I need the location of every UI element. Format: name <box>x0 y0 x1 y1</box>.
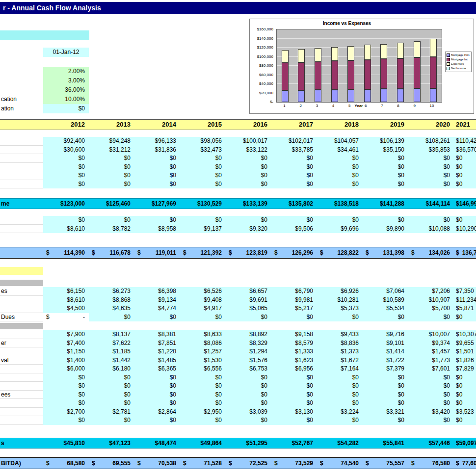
value-cell[interactable]: $1,185 <box>89 347 134 356</box>
value-cell[interactable]: $6,926 <box>317 287 363 296</box>
value-cell[interactable]: $0 <box>408 154 454 163</box>
value-cell[interactable]: $0 <box>363 154 408 163</box>
value-cell[interactable]: $49,864 <box>180 438 226 448</box>
row-label-cell[interactable]: me <box>0 199 43 209</box>
value-cell[interactable]: $8,381 <box>134 330 180 339</box>
value-cell[interactable]: $134,026 <box>408 247 454 258</box>
value-cell[interactable]: $8,137 <box>89 330 134 339</box>
value-cell[interactable]: $0 <box>408 216 454 225</box>
value-cell[interactable]: $1,150 <box>43 347 89 356</box>
value-cell[interactable]: $135,802 <box>271 199 317 209</box>
value-cell[interactable]: $51,295 <box>226 438 271 448</box>
value-cell[interactable]: $2,781 <box>89 408 134 417</box>
value-cell[interactable]: $1,623 <box>271 356 317 365</box>
value-cell[interactable]: $0 <box>226 171 271 180</box>
value-cell[interactable]: $7,601 <box>408 365 454 373</box>
row-label-cell[interactable] <box>0 373 43 382</box>
value-cell[interactable]: $1,501 <box>454 347 476 356</box>
row-label-cell[interactable] <box>0 347 43 356</box>
value-cell[interactable]: $0 <box>134 154 180 163</box>
value-cell[interactable]: $0 <box>89 416 134 425</box>
value-cell[interactable]: $1,220 <box>134 347 180 356</box>
value-cell[interactable]: $0 <box>271 180 317 189</box>
value-cell[interactable]: $10,007 <box>408 330 454 339</box>
value-cell[interactable]: $7,900 <box>43 330 89 339</box>
value-cell[interactable]: $9,320 <box>226 225 271 234</box>
value-cell[interactable]: $0 <box>363 313 408 322</box>
value-cell[interactable]: $6,365 <box>134 365 180 373</box>
value-cell[interactable]: $0 <box>454 171 476 180</box>
assumption-value-cell[interactable]: 36.00% <box>43 85 89 95</box>
value-cell[interactable]: $7,064 <box>363 287 408 296</box>
value-cell[interactable]: $52,767 <box>271 438 317 448</box>
value-cell[interactable]: $9,691 <box>226 296 271 305</box>
value-cell[interactable]: $94,248 <box>89 137 134 146</box>
value-cell[interactable]: $0 <box>226 154 271 163</box>
value-cell[interactable]: $2,864 <box>134 408 180 417</box>
value-cell[interactable]: $54,282 <box>317 438 363 448</box>
value-cell[interactable]: $9,716 <box>363 330 408 339</box>
value-cell[interactable]: $0 <box>271 391 317 399</box>
row-label-cell[interactable]: ees <box>0 391 43 399</box>
value-cell[interactable]: $55,841 <box>363 438 408 448</box>
value-cell[interactable]: $0 <box>180 373 226 382</box>
value-cell[interactable]: $0 <box>226 216 271 225</box>
value-cell[interactable]: $33,785 <box>271 146 317 155</box>
value-cell[interactable]: $133,139 <box>226 199 271 209</box>
value-cell[interactable]: $47,123 <box>89 438 134 448</box>
value-cell[interactable]: $0 <box>408 373 454 382</box>
value-cell[interactable]: $0 <box>317 399 363 408</box>
value-cell[interactable]: $138,518 <box>317 199 363 209</box>
value-cell[interactable]: $0 <box>317 391 363 399</box>
value-cell[interactable]: $36,570 <box>454 146 476 155</box>
value-cell[interactable]: $0 <box>408 163 454 172</box>
value-cell[interactable]: $0 <box>180 416 226 425</box>
assumption-value-cell[interactable]: 10.00% <box>43 95 89 104</box>
year-header-cell[interactable]: 2015 <box>180 120 226 130</box>
value-cell[interactable]: $0 <box>134 180 180 189</box>
value-cell[interactable]: $6,398 <box>134 287 180 296</box>
value-cell[interactable]: $0 <box>271 399 317 408</box>
value-cell[interactable]: $4,917 <box>180 304 226 313</box>
value-cell[interactable]: $0 <box>454 163 476 172</box>
value-cell[interactable]: $1,826 <box>454 356 476 365</box>
value-cell[interactable]: $0 <box>226 399 271 408</box>
value-cell[interactable]: $7,851 <box>134 339 180 348</box>
value-cell[interactable]: $5,217 <box>271 304 317 313</box>
value-cell[interactable]: $0 <box>363 391 408 399</box>
row-label-cell[interactable] <box>0 365 43 373</box>
value-cell[interactable]: $0 <box>43 163 89 172</box>
value-cell[interactable]: $0 <box>43 391 89 399</box>
value-cell[interactable]: $0 <box>317 382 363 391</box>
value-cell[interactable]: $0 <box>363 216 408 225</box>
row-label-cell[interactable] <box>0 146 43 155</box>
value-cell[interactable]: $0 <box>317 216 363 225</box>
year-header-cell[interactable]: 2014 <box>134 120 180 130</box>
value-cell[interactable]: $0 <box>454 382 476 391</box>
value-cell[interactable]: $127,969 <box>134 199 180 209</box>
value-cell[interactable]: $0 <box>89 391 134 399</box>
value-cell[interactable]: $3,039 <box>226 408 271 417</box>
value-cell[interactable]: $0 <box>408 180 454 189</box>
value-cell[interactable]: $9,433 <box>317 330 363 339</box>
value-cell[interactable]: $72,525 <box>226 458 271 469</box>
value-cell[interactable]: $0 <box>408 391 454 399</box>
value-cell[interactable]: $0 <box>89 313 134 322</box>
value-cell[interactable]: $0 <box>271 373 317 382</box>
value-cell[interactable]: $8,610 <box>43 296 89 305</box>
value-cell[interactable]: $0 <box>89 171 134 180</box>
value-cell[interactable]: $9,134 <box>134 296 180 305</box>
value-cell[interactable]: $1,333 <box>271 347 317 356</box>
value-cell[interactable]: $32,473 <box>180 146 226 155</box>
value-cell[interactable]: $0 <box>43 373 89 382</box>
value-cell[interactable]: $0 <box>317 154 363 163</box>
value-cell[interactable]: $0 <box>43 399 89 408</box>
row-label-cell[interactable]: val <box>0 356 43 365</box>
value-cell[interactable]: $76,580 <box>408 458 454 469</box>
value-cell[interactable]: $2,950 <box>180 408 226 417</box>
value-cell[interactable]: $5,065 <box>226 304 271 313</box>
value-cell[interactable]: $0 <box>43 180 89 189</box>
value-cell[interactable]: $0 <box>363 171 408 180</box>
year-header-cell[interactable]: 2019 <box>363 120 408 130</box>
value-cell[interactable]: $0 <box>226 313 271 322</box>
